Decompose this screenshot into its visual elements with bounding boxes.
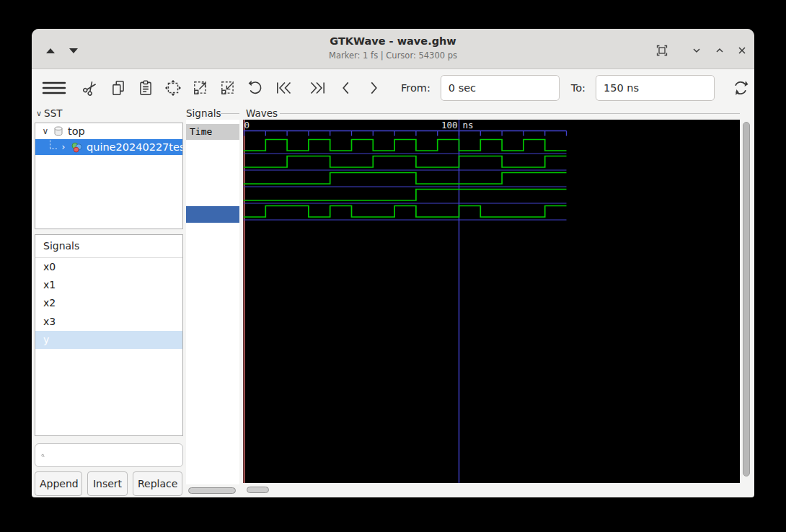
to-label: To: — [571, 82, 586, 94]
zoom-out-button[interactable] — [219, 79, 237, 97]
undo-icon — [247, 79, 264, 97]
signals-list: Signals x0 x1 x2 x3 y — [35, 234, 183, 436]
signals-list-rows: x0 x1 x2 x3 y — [35, 258, 182, 349]
zoom-out-icon — [219, 79, 237, 97]
toolbar: From: To: — [32, 69, 754, 107]
sst-tree: ∨ top › — [35, 123, 183, 229]
search-input[interactable] — [49, 443, 182, 467]
cut-icon — [82, 79, 100, 97]
from-input[interactable] — [441, 75, 560, 101]
marker-cursor-status: Marker: 1 fs | Cursor: 54300 ps — [32, 50, 754, 61]
tree-guide — [50, 140, 57, 149]
signal-name: x0 — [43, 261, 56, 272]
prev-edge-icon — [337, 79, 355, 97]
signal-list-item[interactable]: x3 — [35, 313, 182, 331]
wave-trace-x1 — [244, 156, 567, 168]
copy-icon — [110, 79, 127, 97]
append-button[interactable]: Append — [35, 471, 82, 496]
next-edge-button[interactable] — [365, 79, 382, 97]
minimize-button[interactable] — [689, 43, 704, 58]
chevron-down-icon — [691, 45, 702, 56]
signal-value-rows: x0 =0 x1 =0 x2 =0 x3 =0 y =0 — [186, 140, 239, 223]
signals-frame-label: Signals — [186, 107, 221, 119]
reload-icon — [730, 78, 751, 98]
zoom-in-button[interactable] — [192, 79, 209, 97]
tree-item-label: top — [68, 125, 85, 137]
to-input[interactable] — [596, 75, 715, 101]
signals-frame-line — [221, 113, 239, 114]
wave-hscrollbar[interactable] — [247, 487, 269, 493]
wave-trace-x0 — [244, 140, 567, 151]
values-hscrollbar[interactable] — [188, 487, 236, 494]
close-icon — [736, 45, 748, 56]
close-button[interactable] — [735, 43, 749, 58]
prev-edge-button[interactable] — [337, 79, 355, 97]
time-header[interactable]: Time — [186, 124, 239, 140]
reload-button[interactable] — [730, 78, 751, 98]
signal-search-box[interactable] — [35, 443, 183, 467]
zoom-fit-icon — [164, 79, 182, 97]
signal-values-panel: Time x0 =0 x1 =0 x2 =0 x3 =0 y =0 — [186, 120, 239, 484]
insert-button[interactable]: Insert — [87, 471, 128, 496]
signal-list-item[interactable]: x2 — [35, 294, 182, 312]
signal-name: x1 — [43, 279, 56, 291]
paste-icon — [137, 79, 154, 97]
svg-text:100: 100 — [441, 120, 458, 130]
skip-to-start-icon — [274, 79, 296, 97]
zoom-fit-button[interactable] — [164, 79, 182, 97]
tree-item[interactable]: ∨ top — [35, 123, 182, 139]
tree-item-label: quine20240227testbench — [87, 141, 182, 153]
wave-trace-x3 — [244, 190, 567, 201]
window-title: GTKWave - wave.ghw — [32, 35, 754, 47]
signal-list-item[interactable]: x1 — [35, 276, 182, 294]
cylinder-icon — [53, 125, 64, 137]
replace-button[interactable]: Replace — [133, 471, 182, 496]
next-edge-icon — [365, 79, 382, 97]
signal-list-item[interactable]: y — [35, 331, 182, 349]
signal-name: x2 — [43, 297, 56, 309]
wave-vscrollbar[interactable] — [743, 122, 750, 476]
sst-collapse-icon[interactable]: ∨ — [36, 109, 42, 118]
menu-button[interactable] — [42, 79, 66, 97]
skip-to-end-button[interactable] — [306, 79, 327, 97]
sst-label: SST — [44, 107, 62, 119]
search-icon — [41, 450, 45, 461]
zoom-in-icon — [192, 79, 209, 97]
titlebar: GTKWave - wave.ghw Marker: 1 fs | Cursor… — [32, 29, 754, 69]
skip-to-start-button[interactable] — [274, 79, 296, 97]
wave-canvas[interactable]: 0100ns — [243, 120, 740, 483]
menu-icon — [42, 79, 66, 97]
svg-text:ns: ns — [463, 120, 474, 130]
signal-list-item[interactable]: x0 — [35, 258, 182, 276]
fit-window-icon — [655, 44, 668, 57]
sst-header[interactable]: ∨ SST — [36, 107, 62, 119]
copy-button[interactable] — [110, 79, 127, 97]
wave-trace-y — [244, 206, 567, 218]
signal-name: x3 — [43, 316, 56, 327]
wave-panel[interactable]: 0100ns — [243, 120, 740, 483]
maximize-button[interactable] — [712, 43, 727, 58]
fit-window-button[interactable] — [655, 43, 669, 58]
chevron-up-icon — [714, 45, 725, 56]
signal-value-row[interactable]: x0 =0 — [186, 140, 239, 156]
tree-expander-icon[interactable]: ∨ — [40, 126, 50, 136]
cut-button[interactable] — [82, 79, 100, 97]
waves-frame-label: Waves — [246, 107, 278, 119]
tree-item[interactable]: › quine20240227testbench — [35, 139, 182, 155]
signals-list-header: Signals — [35, 235, 182, 258]
undo-button[interactable] — [247, 79, 264, 97]
signal-name: y — [43, 334, 49, 345]
svg-text:0: 0 — [244, 120, 250, 130]
waves-frame-line — [280, 113, 740, 114]
gtkwave-window: GTKWave - wave.ghw Marker: 1 fs | Cursor… — [32, 29, 754, 497]
module-icon — [71, 141, 83, 154]
from-label: From: — [401, 82, 430, 94]
wave-trace-x2 — [244, 173, 567, 185]
tree-expander-icon[interactable]: › — [58, 142, 69, 152]
paste-button[interactable] — [137, 79, 154, 97]
skip-to-end-icon — [306, 79, 327, 97]
